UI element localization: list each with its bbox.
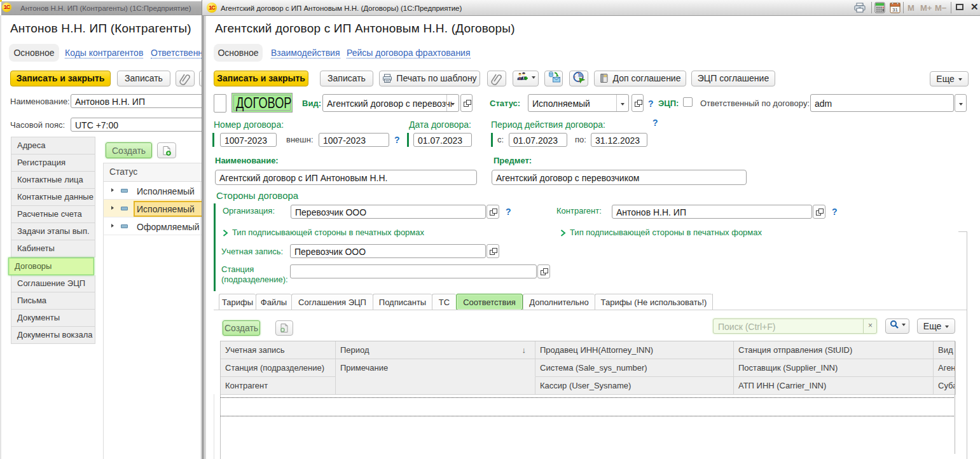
svg-text:31: 31 (892, 7, 898, 13)
